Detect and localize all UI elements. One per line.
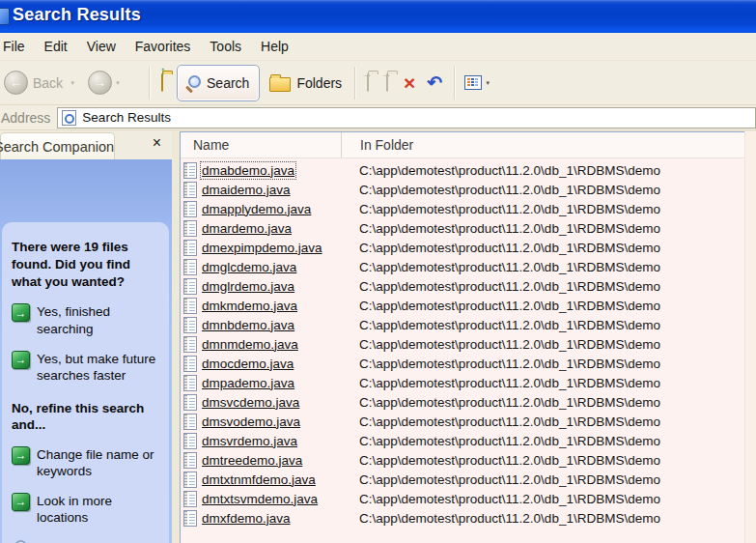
- sidebar-option[interactable]: →Look in more locations: [12, 493, 165, 527]
- file-folder-path: C:\app\demotest\product\11.2.0\db_1\RDBM…: [359, 279, 660, 294]
- undo-button[interactable]: ↶: [427, 73, 442, 92]
- folders-button[interactable]: Folders: [260, 66, 351, 100]
- back-icon: ←: [4, 71, 28, 95]
- file-name-cell: dmsvodemo.java: [181, 414, 359, 430]
- folders-icon: [269, 77, 291, 92]
- file-name-link[interactable]: dmtxtnmfdemo.java: [202, 472, 316, 487]
- sidebar-option[interactable]: →Yes, but make future searches faster: [12, 351, 165, 385]
- move-arrow-icon: →: [362, 68, 373, 79]
- file-name-cell: dmapplydemo.java: [181, 201, 359, 217]
- column-header-in-folder[interactable]: In Folder: [341, 132, 756, 157]
- content-area: Search Companion × There were 19 files f…: [0, 130, 756, 543]
- file-name-cell: dmsvcdemo.java: [181, 394, 359, 411]
- file-name-link[interactable]: dmapplydemo.java: [202, 202, 311, 216]
- file-name-cell: dmtreedemo.java: [181, 452, 359, 469]
- file-name-link[interactable]: dmsvrdemo.java: [202, 434, 297, 448]
- java-file-icon: [183, 201, 197, 217]
- file-row: dmkmdemo.javaC:\app\demotest\product\11.…: [181, 296, 756, 315]
- file-name-link[interactable]: dmocdemo.java: [202, 357, 294, 371]
- java-file-icon: [183, 259, 197, 275]
- file-row: dmtxtsvmdemo.javaC:\app\demotest\product…: [181, 489, 756, 508]
- menu-item-favorites[interactable]: Favorites: [126, 33, 201, 60]
- forward-button[interactable]: → ▼: [88, 71, 124, 95]
- close-icon[interactable]: ×: [153, 134, 161, 152]
- file-name-cell: dmnmdemo.java: [181, 336, 359, 353]
- file-name-link[interactable]: dmglrdemo.java: [202, 279, 294, 294]
- file-folder-path: C:\app\demotest\product\11.2.0\db_1\RDBM…: [359, 241, 660, 255]
- green-arrow-icon: →: [12, 351, 30, 369]
- views-button[interactable]: [464, 75, 482, 90]
- menu-item-tools[interactable]: Tools: [200, 33, 251, 60]
- file-name-cell: dmexpimpdemo.java: [181, 240, 359, 256]
- file-row: dmabdemo.javaC:\app\demotest\product\11.…: [181, 160, 756, 180]
- file-name-link[interactable]: dmglcdemo.java: [202, 260, 296, 274]
- file-name-link[interactable]: dmkmdemo.java: [202, 299, 297, 313]
- file-name-link[interactable]: dmabdemo.java: [202, 163, 294, 178]
- file-name-link[interactable]: dmardemo.java: [202, 221, 292, 236]
- up-one-level-button[interactable]: →: [161, 74, 163, 92]
- file-name-link[interactable]: dmtreedemo.java: [202, 453, 302, 468]
- sidebar-option[interactable]: Start a new search: [12, 539, 165, 543]
- delete-button[interactable]: ×: [404, 72, 415, 93]
- menu-item-help[interactable]: Help: [251, 33, 298, 60]
- file-name-link[interactable]: dmtxtsvmdemo.java: [202, 492, 318, 506]
- views-dropdown-caret-icon[interactable]: ▼: [485, 80, 490, 86]
- java-file-icon: [183, 433, 197, 449]
- arrow-glyph: →: [15, 496, 27, 507]
- search-button-label: Search: [207, 75, 249, 91]
- back-dropdown-caret-icon[interactable]: ▼: [70, 80, 75, 86]
- java-file-icon: [183, 278, 197, 295]
- file-folder-path: C:\app\demotest\product\11.2.0\db_1\RDBM…: [359, 453, 660, 468]
- file-name-link[interactable]: dmsvodemo.java: [202, 414, 300, 429]
- search-result-question: There were 19 files found. Did you find …: [12, 239, 149, 290]
- file-list-panel: Name In Folder dmabdemo.javaC:\app\demot…: [180, 131, 756, 543]
- java-file-icon: [183, 472, 197, 488]
- toolbar: ← Back ▼ → ▼ → Search Folders → →: [0, 61, 756, 105]
- copy-to-button[interactable]: →: [386, 74, 388, 92]
- column-header-name[interactable]: Name: [181, 132, 341, 157]
- file-folder-path: C:\app\demotest\product\11.2.0\db_1\RDBM…: [359, 511, 660, 526]
- sidebar-option[interactable]: →Change file name or keywords: [12, 446, 165, 480]
- folders-button-label: Folders: [296, 75, 342, 91]
- file-name-link[interactable]: dmexpimpdemo.java: [202, 241, 322, 255]
- file-row: dmaidemo.javaC:\app\demotest\product\11.…: [181, 180, 756, 199]
- forward-dropdown-caret-icon[interactable]: ▼: [115, 80, 121, 86]
- file-row: dmocdemo.javaC:\app\demotest\product\11.…: [181, 354, 756, 373]
- forward-icon: →: [88, 71, 112, 95]
- menu-item-edit[interactable]: Edit: [35, 33, 77, 60]
- green-arrow-icon: →: [12, 303, 30, 322]
- sidebar-option-label: Yes, but make future searches faster: [37, 351, 165, 385]
- file-folder-path: C:\app\demotest\product\11.2.0\db_1\RDBM…: [359, 260, 660, 274]
- search-button[interactable]: Search: [177, 65, 260, 101]
- sidebar-option[interactable]: →Yes, finished searching: [12, 303, 165, 337]
- menu-item-view[interactable]: View: [77, 33, 126, 60]
- toolbar-separator: [354, 67, 356, 100]
- file-name-link[interactable]: dmnmdemo.java: [202, 337, 298, 352]
- file-name-link[interactable]: dmpademo.java: [202, 376, 294, 390]
- file-name-cell: dmpademo.java: [181, 375, 359, 391]
- address-input[interactable]: Search Results: [57, 107, 756, 129]
- file-row: dmnmdemo.javaC:\app\demotest\product\11.…: [181, 334, 756, 354]
- file-folder-path: C:\app\demotest\product\11.2.0\db_1\RDBM…: [359, 492, 660, 506]
- java-file-icon: [183, 510, 197, 527]
- file-name-cell: dmnbdemo.java: [181, 317, 359, 333]
- vertical-scrollbar[interactable]: [744, 131, 756, 543]
- search-companion-options: →Yes, finished searching→Yes, but make f…: [12, 303, 165, 543]
- file-folder-path: C:\app\demotest\product\11.2.0\db_1\RDBM…: [359, 183, 660, 197]
- java-file-icon: [183, 491, 197, 507]
- menu-bar: FileEditViewFavoritesToolsHelp: [0, 33, 756, 61]
- arrow-glyph: →: [15, 449, 27, 461]
- file-name-link[interactable]: dmsvcdemo.java: [202, 395, 299, 410]
- file-name-link[interactable]: dmnbdemo.java: [202, 318, 294, 332]
- sidebar-section-label: No, refine this search and...: [12, 400, 168, 434]
- back-button[interactable]: ← Back ▼: [4, 71, 78, 95]
- file-name-cell: dmglcdemo.java: [181, 259, 359, 275]
- file-row: dmsvodemo.javaC:\app\demotest\product\11…: [181, 412, 756, 431]
- file-name-link[interactable]: dmxfdemo.java: [202, 511, 291, 526]
- file-name-link[interactable]: dmaidemo.java: [202, 183, 291, 197]
- file-row: dmtxtnmfdemo.javaC:\app\demotest\product…: [181, 470, 756, 489]
- move-to-button[interactable]: →: [367, 74, 369, 92]
- menu-item-file[interactable]: File: [0, 33, 35, 60]
- file-name-cell: dmardemo.java: [181, 220, 359, 237]
- file-folder-path: C:\app\demotest\product\11.2.0\db_1\RDBM…: [359, 395, 660, 410]
